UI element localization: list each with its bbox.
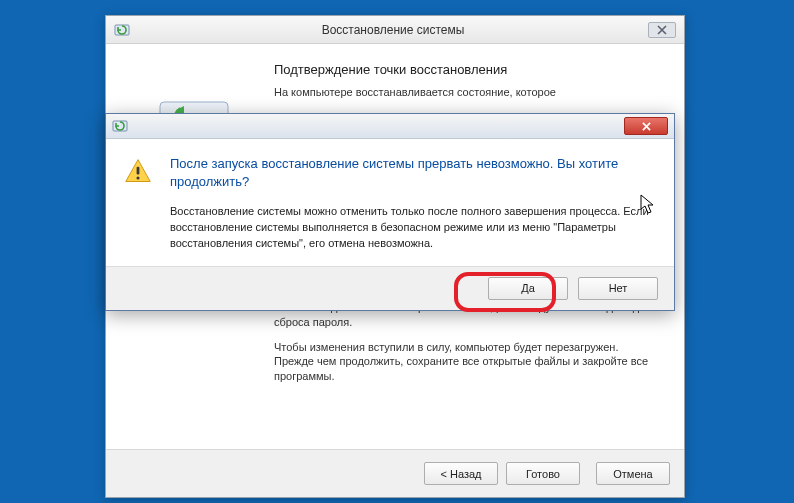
dialog-button-row: Да Нет: [106, 266, 674, 310]
dialog-titlebar: [106, 114, 674, 139]
system-restore-icon: [114, 22, 130, 38]
warning-icon: [124, 174, 152, 188]
wizard-button-row: < Назад Готово Отмена: [106, 449, 684, 497]
svg-rect-8: [137, 167, 140, 175]
dialog-close-button[interactable]: [624, 117, 668, 135]
close-icon: [657, 25, 667, 35]
svg-point-9: [136, 176, 139, 179]
page-heading: Подтверждение точки восстановления: [274, 62, 660, 77]
yes-button[interactable]: Да: [488, 277, 568, 300]
dialog-body: После запуска восстановление системы пре…: [106, 139, 674, 266]
titlebar: Восстановление системы: [106, 16, 684, 44]
dialog-icon-slot: [124, 155, 160, 252]
close-icon: [642, 122, 651, 131]
finish-button[interactable]: Готово: [506, 462, 580, 485]
cancel-button[interactable]: Отмена: [596, 462, 670, 485]
confirm-dialog: После запуска восстановление системы пре…: [105, 113, 675, 311]
dialog-text: Восстановление системы можно отменить то…: [170, 204, 654, 252]
intro-text: На компьютере восстанавливается состояни…: [274, 85, 660, 100]
back-button[interactable]: < Назад: [424, 462, 498, 485]
dialog-heading: После запуска восстановление системы пре…: [170, 155, 654, 190]
reboot-note: Чтобы изменения вступили в силу, компьют…: [274, 340, 660, 385]
no-button[interactable]: Нет: [578, 277, 658, 300]
system-restore-icon: [112, 118, 128, 134]
dialog-content: После запуска восстановление системы пре…: [160, 155, 654, 252]
close-button[interactable]: [648, 22, 676, 38]
window-title: Восстановление системы: [138, 23, 648, 37]
